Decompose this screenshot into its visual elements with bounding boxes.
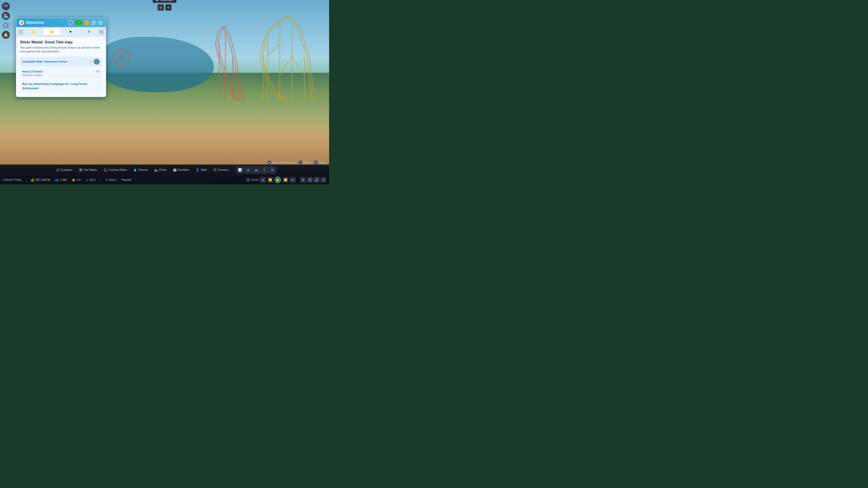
sidebar-item-objectives[interactable]: 🎯 [2,21,10,29]
hold-circle-icon: ○ [246,178,250,182]
select-hint: ✕ Select [314,160,327,164]
radial-menu-label: Radial Menu [281,161,296,164]
panel-title-icon: 🎯 [19,20,24,25]
money-icon: 💰 [31,178,34,182]
issues-value: 3111 [89,178,96,182]
coasters-label: Coasters [61,168,72,171]
status-div-2 [100,177,101,182]
park-name: A Shore Thing [3,178,21,182]
panel-controls: 📌 ● 💰 ⊙ ✕ [68,20,103,25]
context-hints: ▲ (Hold) Radial Menu ○ Delete ✕ Select [267,160,327,164]
objective-text-3: Run an Advertising Campaign for: Long Fl… [22,82,87,90]
radial-menu-hint: ▲ (Hold) Radial Menu [267,160,296,164]
flumes-label: Flumes [138,168,148,171]
tab-gold[interactable]: ✦ [61,29,79,35]
map-grid-button[interactable]: ⊞ [158,4,164,11]
tracked-rides-icon: 🚂 [103,168,107,172]
objective-text-2: Have 2 Flumes [22,70,43,73]
coaster-decoration [171,5,319,107]
medal-description: This park's fortunes are turning around.… [20,46,102,54]
sidebar-item-alerts[interactable]: 🔔 [2,31,10,39]
sidebar-item-park[interactable]: 🏪 [2,12,10,20]
facilities-icon: 🏢 [173,168,177,172]
objective-progress-2: 0/2 [96,70,100,73]
rewind-button[interactable]: ⏮ [260,177,266,183]
tab-nav-left[interactable]: L1 [18,29,24,35]
toolbar-expand-btn[interactable]: ⊞ [269,166,276,174]
flumes-icon: 💧 [133,168,137,172]
map-move-button[interactable]: ✛ [165,4,172,11]
coin-button[interactable]: 💰 [84,20,90,25]
tab-bronze[interactable]: ⭐ [24,29,42,35]
objective-item-1: Complete Ride: American Arrow ✓ 📍 [20,57,102,67]
toolbar-facilities[interactable]: 🏢 Facilities [170,167,192,173]
settings-button[interactable]: ⚙ [320,177,327,183]
toolbar-trees-btn[interactable]: 🌲 [244,166,252,174]
heatmaps-indicator [156,0,158,1]
status-div-3 [136,177,136,182]
toolbar-terrain-btn[interactable]: ⛰ [252,166,260,174]
hold-hint-playback: ○ (Hold) [246,178,258,182]
pin-button[interactable]: 📌 [68,20,73,25]
staff-icon: 👤 [195,168,199,172]
triangle-icon: ▲ [267,160,271,164]
step-back-button[interactable]: ⏪ [267,177,273,183]
bottom-toolbar: 🎢 Coasters 🎡 Flat Rides 🚂 Tracked Rides … [0,164,329,175]
paused-value: Paused [121,178,131,182]
left-sidebar: 🗺 🏪 🎯 🔔 [2,2,10,39]
tab-nav-right[interactable]: R1 [98,29,104,35]
close-button[interactable]: ✕ [98,20,103,25]
rating-icon: ⭐ [72,178,75,182]
playback-controls: ○ (Hold) ⏮ ⏪ ▶ ⏩ ⏭ [246,176,296,183]
guests-value: 1,482 [60,178,67,182]
toolbar-right-icons: 📊 🌲 ⛰ 🚶 ⊞ [236,166,276,174]
top-bar: Heatmaps ⊞ ✛ [0,0,329,8]
paused-item: Paused [121,178,131,182]
step-forward-button[interactable]: ⏩ [283,177,288,183]
target-button[interactable]: ⊙ [91,20,96,25]
svg-line-5 [292,56,305,76]
sound-button[interactable]: 🔊 [314,177,320,183]
money-item: 💰 $87,438.66 [31,178,50,182]
scenery-label: Scenery [218,168,229,171]
ferris-wheel-decoration [108,46,135,74]
toolbar-paths-btn[interactable]: 🚶 [260,166,268,174]
sidebar-item-map[interactable]: 🗺 [2,2,10,10]
panel-title-area: 🎯 Objectives [19,20,44,25]
day-value: Day 1 [109,178,117,182]
objective-sub-2: And Set to Open [22,74,100,77]
objective-row-1: Complete Ride: American Arrow ✓ 📍 [22,59,100,65]
staff-label: Staff [200,168,207,171]
toolbar-staff[interactable]: 👤 Staff [193,167,209,173]
toolbar-flat-rides[interactable]: 🎡 Flat Rides [76,167,100,173]
tab-platinum[interactable]: ✧ [80,29,98,35]
toggle-button[interactable]: ● [74,20,83,25]
play-pause-button[interactable]: ▶ [274,176,281,183]
delete-label: Delete [303,161,311,164]
toolbar-finances-btn[interactable]: 📊 [236,166,244,174]
toolbar-scenery[interactable]: 🌿 Scenery [210,167,231,173]
rating-value: 1.8 [76,178,81,182]
heatmaps-button[interactable]: Heatmaps [153,0,176,3]
toolbar-flumes[interactable]: 💧 Flumes [130,167,151,173]
select-label: Select [319,161,327,164]
circle-delete-icon: ○ [298,160,303,164]
toolbar-tracked-rides[interactable]: 🚂 Tracked Rides [100,167,129,173]
toolbar-pools[interactable]: 🏊 Pools [151,167,169,173]
guests-icon: 👥 [55,178,59,182]
objective-actions-1: ✓ 📍 [89,59,100,65]
tab-silver[interactable]: 🌟 [43,29,61,35]
delete-hint: ○ Delete [298,160,311,164]
fast-forward-button[interactable]: ⏭ [290,177,296,183]
weather-button[interactable]: 🌤 [300,177,306,183]
camera-button[interactable]: 📷 [307,177,313,183]
silver-medal-icon: 🌟 [49,29,54,34]
x-select-icon: ✕ [314,160,318,164]
check-icon-1: ✓ [89,59,92,64]
flat-rides-label: Flat Rides [84,168,97,171]
bronze-medal-icon: ⭐ [31,29,36,34]
panel-title: Objectives [26,21,44,25]
toolbar-coasters[interactable]: 🎢 Coasters [53,167,75,173]
locate-button-1[interactable]: 📍 [94,59,100,65]
facilities-label: Facilities [178,168,189,171]
